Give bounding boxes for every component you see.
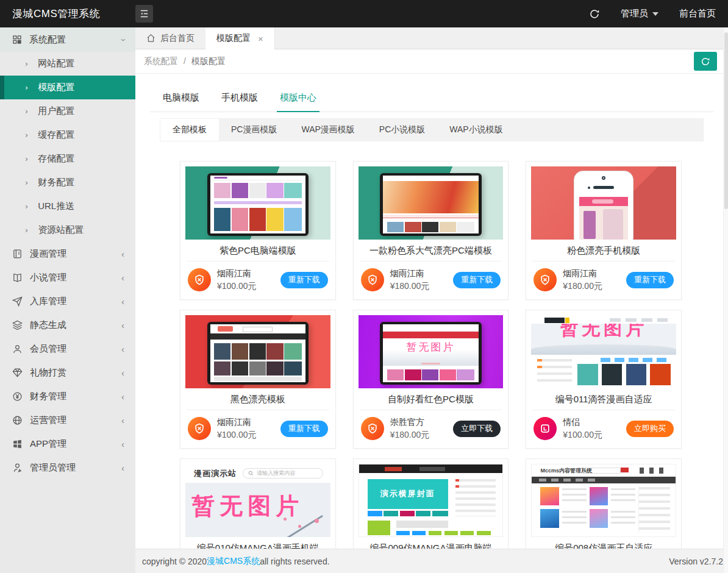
novel-icon [12,272,23,283]
template-price: ¥100.00元 [217,430,280,441]
close-icon[interactable]: × [258,34,263,44]
admin-icon [12,463,23,473]
sidebar-group-system-config[interactable]: 系统配置 › [0,27,135,52]
template-price: ¥180.00元 [563,281,626,292]
tab-template-center[interactable]: 模版中心 [277,92,319,112]
sidebar-item-finance[interactable]: 财务管理‹ [0,385,135,408]
filter-pc-manga[interactable]: PC漫画模版 [219,119,289,141]
sidebar-item-manga[interactable]: 漫画管理‹ [0,242,135,266]
vertical-scrollbar[interactable] [723,27,728,573]
template-thumbnail[interactable]: 漫画演示站 请输入搜索内容 暂无图片 [185,464,330,537]
content-area: 后台首页 模版配置 × 系统配置 / 模版配置 电脑模版 手机模版 模版中心 [135,27,728,573]
sidebar-item-gift[interactable]: 礼物打赏‹ [0,361,135,385]
filter-all-templates[interactable]: 全部模板 [160,119,219,141]
redownload-button[interactable]: 重新下载 [280,421,328,437]
refresh-icon[interactable] [589,9,600,20]
template-card: 一款粉色系大气漂亮PC端模板 烟雨江南¥180.00元 重新下载 [353,161,509,300]
chevron-left-icon: ‹ [121,368,124,378]
sidebar-item-website-config[interactable]: ›网站配置 [0,52,135,76]
tab-dashboard-home[interactable]: 后台首页 [135,27,205,49]
sidebar-item-label: 静态生成 [30,319,121,331]
sidebar-item-import[interactable]: 入库管理‹ [0,290,135,313]
sidebar-mainmenu: 漫画管理‹ 小说管理‹ 入库管理‹ 静态生成‹ 会员管理‹ 礼物打赏‹ [0,242,135,480]
sidebar-item-user-config[interactable]: ›用户配置 [0,99,135,123]
sidebar-item-url-push[interactable]: ›URL推送 [0,194,135,218]
grid-icon [12,35,22,44]
template-thumbnail[interactable] [359,166,504,240]
cms-link[interactable]: 漫城CMS系统 [207,556,260,567]
home-icon [146,34,155,43]
shield-icon [193,422,205,435]
sidebar-item-admin[interactable]: 管理员管理‹ [0,456,135,480]
sidebar-item-operation[interactable]: 运营管理‹ [0,408,135,432]
sidebar-item-label: 漫画管理 [30,248,121,260]
scrollbar-thumb[interactable] [724,32,728,209]
sidebar-item-label: 管理员管理 [30,462,121,474]
sidebar-item-label: 财务管理 [30,391,121,402]
sidebar-item-cache-config[interactable]: ›缓存配置 [0,123,135,147]
top-bar: 漫城CMS管理系统 管理员 前台首页 [0,0,728,27]
member-icon [12,344,23,354]
breadcrumb-bar: 系统配置 / 模版配置 [135,49,728,74]
laptop-mockup [207,173,309,236]
template-thumbnail[interactable] [531,166,676,240]
sidebar-item-label: URL推送 [38,201,74,212]
author-name: 烟雨江南 [217,417,280,428]
template-tabs: 电脑模版 手机模版 模版中心 [150,92,713,112]
page-refresh-button[interactable] [694,52,717,71]
sidebar-item-template-config[interactable]: ›模版配置 [0,76,135,99]
sidebar-item-static-generate[interactable]: 静态生成‹ [0,313,135,337]
gift-icon [12,368,23,378]
sidebar-item-resource-config[interactable]: ›资源站配置 [0,218,135,242]
download-now-button[interactable]: 立即下载 [453,421,501,437]
sidebar-submenu: ›网站配置 ›模版配置 ›用户配置 ›缓存配置 ›存储配置 ›财务配置 ›URL… [0,52,135,242]
filter-wap-novel[interactable]: WAP小说模版 [437,119,515,141]
template-price: ¥100.00元 [217,281,280,292]
template-thumbnail[interactable]: 演示横屏封面 [359,464,504,537]
chevron-left-icon: ‹ [121,249,124,259]
sidebar-collapse-button[interactable] [135,5,153,23]
chevron-left-icon: ‹ [121,320,124,330]
front-home-link[interactable]: 前台首页 [679,8,716,20]
author-avatar [361,268,384,291]
redownload-button[interactable]: 重新下载 [626,272,674,288]
redownload-button[interactable]: 重新下载 [453,272,501,288]
breadcrumb-section: 系统配置 [144,56,178,67]
sidebar-item-storage-config[interactable]: ›存储配置 [0,147,135,171]
template-title: 自制好看红色PC模版 [359,388,504,410]
author-avatar [188,417,211,440]
tab-label: 后台首页 [160,33,194,44]
sidebar-item-label: 财务配置 [38,177,74,188]
laptop-mockup: 暂无图片 [380,322,481,385]
chevron-left-icon: ‹ [121,391,124,402]
template-thumbnail[interactable]: Mccms内容管理系统 [531,464,676,537]
template-thumbnail[interactable]: 暂无图片 [531,315,676,388]
filter-wap-manga[interactable]: WAP漫画模版 [289,119,366,141]
sidebar-item-app[interactable]: APP管理‹ [0,432,135,456]
filter-pc-novel[interactable]: PC小说模版 [367,119,437,141]
card-footer: 情侣¥100.00元 立即购买 [531,410,676,443]
template-card: 粉色漂亮手机模版 烟雨江南¥180.00元 重新下载 [526,161,682,300]
laptop-mockup [380,173,481,236]
buy-now-button[interactable]: 立即购买 [626,421,674,437]
template-grid: 紫色PC电脑端模版 烟雨江南¥100.00元 重新下载 一 [180,161,682,549]
card-footer: 烟雨江南¥180.00元 重新下载 [359,262,504,294]
chevron-down-icon: › [119,38,129,41]
chevron-right-icon: › [25,107,28,116]
sidebar-item-member[interactable]: 会员管理‹ [0,337,135,361]
template-title: 编号011滴答漫画自适应 [531,388,676,410]
user-menu[interactable]: 管理员 [621,8,658,20]
sidebar-item-novel[interactable]: 小说管理‹ [0,266,135,290]
shield-icon [366,422,379,435]
redownload-button[interactable]: 重新下载 [280,272,328,288]
chevron-left-icon: ‹ [121,296,124,307]
user-menu-label: 管理员 [621,8,648,20]
sidebar-item-finance-config[interactable]: ›财务配置 [0,171,135,194]
template-thumbnail[interactable] [185,315,330,388]
tab-pc-template[interactable]: 电脑模版 [160,92,202,112]
tab-template-config[interactable]: 模版配置 × [205,27,275,49]
tab-mobile-template[interactable]: 手机模版 [218,92,261,112]
author-name: 崇胜官方 [390,417,454,428]
template-thumbnail[interactable] [185,166,330,240]
template-thumbnail[interactable]: 暂无图片 [359,315,504,388]
